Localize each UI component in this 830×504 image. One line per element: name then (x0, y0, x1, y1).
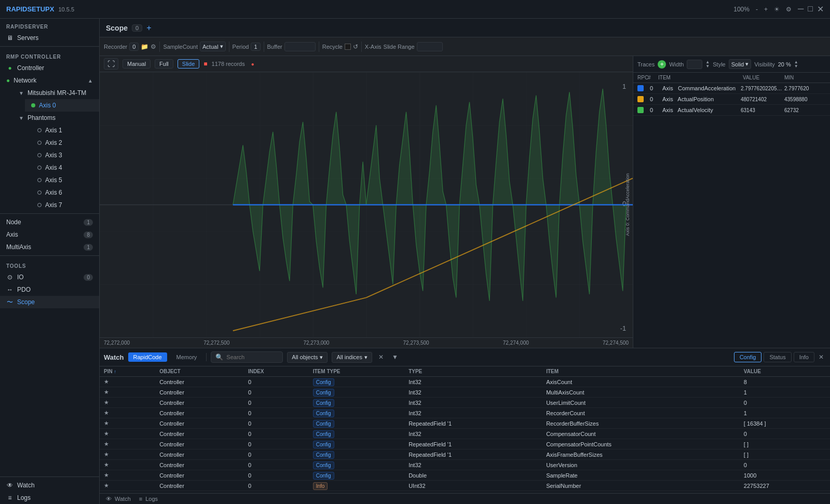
all-objects-filter[interactable]: All objects▾ (287, 352, 328, 363)
minimize-button[interactable]: ─ (798, 4, 804, 14)
watch-table-row[interactable]: ★ Controller 0 Config Int32 AxisCount 8 (100, 377, 830, 387)
watch-config-button[interactable]: Config (734, 352, 762, 362)
watch-table-row[interactable]: ★ Controller 0 Config Int32 RecorderCoun… (100, 408, 830, 418)
x-label-0: 72,272,000 (104, 340, 130, 346)
watch-table-row[interactable]: ★ Controller 0 Config Double SampleRate … (100, 470, 830, 481)
sidebar-item-servers[interactable]: 🖥 Servers (0, 32, 99, 44)
sidebar-item-axis[interactable]: Axis 8 (0, 228, 99, 241)
watch-table-row[interactable]: ★ Controller 0 Config Int32 CompensatorC… (100, 429, 830, 439)
trace-value: 480721402 (741, 97, 782, 102)
all-indices-filter[interactable]: All indices▾ (332, 352, 372, 363)
zoom-out-button[interactable]: - (756, 6, 758, 13)
sidebar-item-network[interactable]: ● Network ▲ (0, 74, 99, 87)
trace-width-spinner[interactable]: ▲ ▼ (705, 60, 710, 69)
trace-value: 2.79776202205539455E-14 (741, 86, 782, 91)
watch-cell-pin: ★ (100, 418, 155, 429)
trace-width-input[interactable]: 2 (687, 60, 702, 69)
trace-item-name: Axis ActualPosition (662, 96, 739, 102)
recorder-settings-icon[interactable]: ⚙ (151, 43, 156, 50)
sidebar-item-axis0[interactable]: Axis 0 (25, 99, 99, 112)
trace-header-item: ITEM (658, 75, 743, 80)
watch-status-button[interactable]: Status (764, 352, 791, 362)
watch-table-row[interactable]: ★ Controller 0 Info UInt32 SerialNumber … (100, 481, 830, 491)
toolbar-divider-2 (229, 42, 229, 52)
samplecount-value: Actual (202, 44, 219, 50)
sidebar-item-axis2[interactable]: Axis 2 (31, 137, 99, 149)
watch-cell-type: Int32 (404, 377, 542, 387)
watch-table-row[interactable]: ★ Controller 0 Config RepeatedField '1 C… (100, 439, 830, 449)
node-label: Node (6, 219, 21, 226)
watch-info-button[interactable]: Info (794, 352, 814, 362)
settings-icon[interactable]: ⚙ (786, 6, 792, 13)
watch-clear-button[interactable]: ✕ (376, 352, 386, 362)
x-label-1: 72,272,500 (203, 340, 229, 346)
full-button[interactable]: Full (155, 59, 173, 69)
watch-tab-memory[interactable]: Memory (171, 352, 202, 362)
maximize-button[interactable]: □ (808, 4, 813, 14)
sidebar-item-watch[interactable]: 👁 Watch (0, 479, 99, 492)
zoom-in-button[interactable]: + (764, 6, 768, 13)
watch-table-row[interactable]: ★ Controller 0 Config Int32 UserLimitCou… (100, 398, 830, 408)
sidebar-item-logs[interactable]: ≡ Logs (0, 492, 99, 504)
recorder-folder-icon[interactable]: 📁 (141, 43, 148, 50)
scope-add-button[interactable]: + (146, 23, 151, 33)
sidebar-item-phantoms[interactable]: ▼ Phantoms (12, 112, 99, 124)
sidebar-item-device[interactable]: ▼ Mitsubishi MR-J4-TM (12, 87, 99, 99)
logs-bottom-item[interactable]: ≡ Logs (139, 496, 158, 502)
trace-row[interactable]: 0 Axis ActualPosition 480721402 43598880 (633, 94, 830, 105)
watch-filter-icon-button[interactable]: ▼ (390, 352, 400, 362)
scope-header: Scope 0 + (100, 19, 830, 37)
slide-button[interactable]: Slide (178, 59, 199, 69)
trace-row[interactable]: 0 Axis CommandAcceleration 2.79776202205… (633, 83, 830, 94)
axis0-status-icon (31, 103, 35, 107)
watch-search-input[interactable] (226, 354, 278, 360)
sidebar-item-axis6[interactable]: Axis 6 (31, 186, 99, 199)
watch-table-row[interactable]: ★ Controller 0 Config Int32 MultiAxisCou… (100, 387, 830, 398)
sidebar-item-io[interactable]: ⊙ IO 0 (0, 271, 99, 283)
trace-row[interactable]: 0 Axis ActualVelocity 63143 62732 (633, 105, 830, 116)
watch-search-box[interactable]: 🔍 (211, 351, 283, 363)
titlebar-left: RAPIDSETUPX 10.5.5 (6, 5, 74, 13)
sidebar-item-node[interactable]: Node 1 (0, 216, 99, 228)
sidebar-item-pdo[interactable]: ↔ PDO (0, 283, 99, 296)
watch-cell-item: SerialNumber (542, 481, 740, 491)
phantoms-chevron-icon: ▼ (19, 115, 24, 121)
theme-icon[interactable]: ☀ (774, 6, 780, 13)
close-button[interactable]: ✕ (817, 4, 824, 14)
watch-table-header-row: PIN ↑ OBJECT INDEX ITEM TYPE TYPE ITEM V… (100, 366, 830, 377)
recycle-color-box[interactable] (345, 44, 351, 50)
sidebar-item-axis7[interactable]: Axis 7 (31, 199, 99, 211)
watch-table-row[interactable]: ★ Controller 0 Config RepeatedField '1 A… (100, 449, 830, 460)
main-layout: RAPIDSERVER 🖥 Servers RMP CONTROLLER ● C… (0, 19, 830, 504)
manual-button[interactable]: Manual (123, 59, 151, 69)
trace-style-select[interactable]: Solid ▾ (729, 59, 751, 69)
delete-record-icon[interactable]: ■ (203, 60, 207, 67)
watch-tab-rapidcode[interactable]: RapidCode (128, 352, 167, 362)
trace-add-button[interactable]: + (658, 60, 666, 69)
watch-close-button[interactable]: ✕ (817, 352, 826, 362)
trace-visibility-label: Visibility (754, 61, 775, 67)
buffer-input[interactable]: 10000 (284, 42, 316, 51)
samplecount-select[interactable]: Actual ▾ (200, 42, 226, 51)
sidebar-item-axis4[interactable]: Axis 4 (31, 161, 99, 174)
watch-table-head: PIN ↑ OBJECT INDEX ITEM TYPE TYPE ITEM V… (100, 366, 830, 377)
watch-table-row[interactable]: ★ Controller 0 Config RepeatedField '1 R… (100, 418, 830, 429)
chart-expand-button[interactable]: ⛶ (104, 58, 118, 70)
sidebar-item-axis3[interactable]: Axis 3 (31, 149, 99, 161)
slide-range-input[interactable]: 3000 (417, 42, 443, 51)
tools-section-header: TOOLS (0, 258, 99, 271)
sidebar-item-scope[interactable]: 〜 Scope (0, 296, 99, 308)
sidebar-item-axis1[interactable]: Axis 1 (31, 124, 99, 137)
recycle-refresh-icon[interactable]: ↺ (353, 43, 358, 50)
watch-table-row[interactable]: ★ Controller 0 Config Int32 UserVersion … (100, 460, 830, 470)
watch-bottom-item[interactable]: 👁 Watch (106, 496, 131, 502)
sidebar-item-axis5[interactable]: Axis 5 (31, 174, 99, 186)
watch-right-buttons: Config Status Info ✕ (734, 352, 826, 362)
sidebar-item-controller[interactable]: ● Controller (0, 62, 99, 74)
chart-svg-container[interactable]: 1 0 -1 (100, 72, 633, 337)
watch-cell-item-type: Config (309, 387, 404, 398)
trace-item-name: Axis CommandAcceleration (662, 85, 739, 91)
watch-cell-item: CompensatorCount (542, 429, 740, 439)
sidebar-item-multiaxis[interactable]: MultiAxis 1 (0, 241, 99, 253)
trace-visibility-spinner[interactable]: ▲ ▼ (794, 60, 798, 69)
